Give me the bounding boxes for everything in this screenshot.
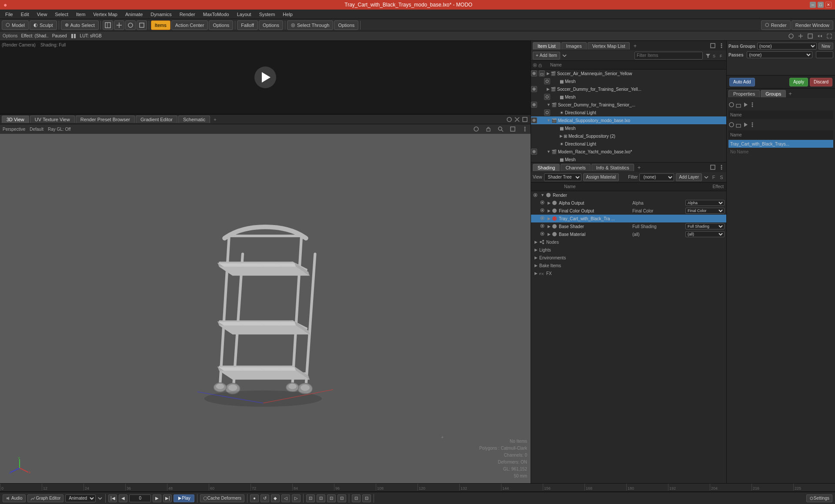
add-item-arrow[interactable]	[562, 53, 567, 58]
vp-maximize[interactable]	[522, 116, 528, 123]
new-pass-group-button[interactable]: New	[818, 43, 833, 50]
tree-item-11[interactable]: ▼ 🎬 Modern_Race_Yacht_modo_base.lxo*	[531, 148, 726, 156]
settings-button[interactable]: Settings	[806, 494, 832, 502]
final-vis-eye[interactable]	[540, 208, 545, 213]
expand-arrow-1[interactable]: ▶	[547, 71, 550, 76]
tab-groups[interactable]: Groups	[761, 90, 786, 97]
base-material-effect-select[interactable]: (all)	[685, 231, 725, 237]
options-button-2[interactable]: Options	[259, 20, 283, 30]
menu-select[interactable]: Select	[51, 11, 72, 18]
pass-groups-select[interactable]: (none)	[757, 43, 817, 50]
base-shader-expand[interactable]: ▶	[548, 224, 551, 229]
view-select[interactable]: Shader Tree	[544, 173, 581, 181]
menu-edit[interactable]: Edit	[17, 11, 33, 18]
skip-to-start-button[interactable]: |◀	[108, 494, 117, 502]
shader-row-tray-cart[interactable]: ▶ Tray_Cart_with_Black_Tra ...	[531, 215, 726, 222]
shader-section-lights[interactable]: ▶ Lights	[531, 246, 726, 254]
animated-arrow[interactable]	[97, 496, 103, 501]
tab-info-statistics[interactable]: Info & Statistics	[591, 164, 634, 171]
tree-item-9[interactable]: ▶ ⊞ Medical_Suppository (2)	[531, 132, 726, 140]
auto-select-button[interactable]: ⊕ Auto Select	[61, 20, 99, 30]
shader-row-render[interactable]: ▼ Render	[531, 191, 726, 199]
settings-icon-3[interactable]	[807, 33, 813, 39]
nodes-expand[interactable]: ▶	[534, 240, 538, 244]
tab-render-preset[interactable]: Render Preset Browser	[76, 116, 135, 123]
filter-s-icon[interactable]: S	[712, 53, 718, 58]
shader-section-environments[interactable]: ▶ Environments	[531, 254, 726, 262]
tool-icon-1[interactable]	[103, 20, 113, 30]
skip-to-end-button[interactable]: ▶|	[163, 494, 172, 502]
vis-eye-6[interactable]	[544, 109, 550, 116]
expand-arrow-5[interactable]: ▼	[547, 103, 551, 107]
vis-eye-2[interactable]	[544, 78, 550, 84]
group-options-icon[interactable]	[749, 102, 755, 108]
mode-sculpt-button[interactable]: ◐ Sculpt	[30, 20, 57, 30]
menu-dynamics[interactable]: Dynamics	[147, 11, 175, 18]
transport-misc-2[interactable]: ⊡	[317, 494, 325, 502]
group-render-icon[interactable]	[742, 102, 748, 108]
render-button[interactable]: ⬡ Render	[761, 20, 791, 30]
settings-icon-2[interactable]	[798, 33, 804, 39]
add-panel-tab[interactable]: +	[631, 42, 639, 50]
add-layer-button[interactable]: Add Layer	[676, 173, 702, 181]
play-button[interactable]: Play	[174, 494, 194, 502]
select-through-options[interactable]: Options	[334, 20, 358, 30]
vp-lock-icon[interactable]	[485, 126, 491, 132]
base-mat-vis-eye[interactable]	[540, 231, 545, 236]
viewport-3d[interactable]: Perspective Default Ray GL: Off	[0, 124, 531, 483]
filter-icon[interactable]	[705, 53, 711, 58]
passes-select[interactable]: (none)	[747, 51, 812, 58]
alpha-expand[interactable]: ▶	[548, 201, 551, 205]
tab-shading[interactable]: Shading	[533, 164, 560, 171]
vp-control-2[interactable]	[514, 116, 520, 123]
expand-arrow-11[interactable]: ▼	[547, 149, 551, 154]
shader-row-final-color[interactable]: ▶ Final Color Output Final Color Final C…	[531, 207, 726, 215]
menu-vertex-map[interactable]: Vertex Map	[90, 11, 121, 18]
tab-item-list[interactable]: Item List	[533, 42, 561, 50]
keyframe-button[interactable]: ◆	[271, 494, 280, 502]
alpha-effect-select[interactable]: Alpha	[685, 200, 725, 206]
tab-images[interactable]: Images	[561, 42, 587, 50]
animated-select[interactable]: Animated	[65, 494, 96, 502]
filter-f-icon[interactable]: F	[719, 53, 725, 58]
record-button[interactable]: ●	[250, 494, 259, 502]
shader-section-nodes[interactable]: ▶ Nodes	[531, 238, 726, 246]
tab-schematic[interactable]: Schematic	[178, 116, 210, 123]
groups-icon-row-4[interactable]	[749, 122, 755, 128]
filter-select[interactable]: (none)	[639, 173, 674, 181]
assign-material-button[interactable]: Assign Material	[583, 173, 619, 181]
panel-expand-icon[interactable]	[710, 43, 716, 49]
options-button-1[interactable]: Options	[209, 20, 233, 30]
render-expand[interactable]: ▼	[541, 193, 544, 197]
tab-3d-view[interactable]: 3D View	[2, 116, 29, 123]
tree-item-1[interactable]: ▶ 🎬 Soccer_Air_Mannequin_Senior_Yellow	[531, 70, 726, 77]
settings-icon-4[interactable]	[817, 33, 823, 39]
play-preview-button[interactable]	[254, 66, 276, 88]
transport-misc-4[interactable]: ⊡	[337, 494, 346, 502]
mode-model-button[interactable]: ⬡ Model	[2, 20, 29, 30]
tree-item-3[interactable]: ▶ 🎬 Soccer_Dummy_for_Training_Senior_Yel…	[531, 85, 726, 93]
apply-button[interactable]: Apply	[789, 78, 808, 86]
vp-control-1[interactable]	[506, 116, 512, 123]
menu-render[interactable]: Render	[176, 11, 199, 18]
expand-arrow-3[interactable]: ▶	[547, 87, 550, 91]
tree-item-7[interactable]: ▼ 🎬 Medical_Suppository_modo_base.lxo	[531, 116, 726, 124]
vis-eye-5[interactable]	[531, 102, 537, 108]
shader-row-base-shader[interactable]: ▶ Base Shader Full Shading Full Shading	[531, 222, 726, 230]
groups-icon-row-2[interactable]	[735, 122, 741, 128]
maximize-button[interactable]: □	[818, 2, 824, 8]
filter-items-input[interactable]	[635, 52, 703, 60]
menu-view[interactable]: View	[33, 11, 51, 18]
alpha-vis-eye[interactable]	[540, 200, 545, 205]
expand-arrow-9[interactable]: ▶	[560, 134, 563, 138]
menu-help[interactable]: Help	[279, 11, 296, 18]
tree-item-10[interactable]: ☀ Directional Light	[531, 140, 726, 148]
tree-item-6[interactable]: ☀ Directional Light	[531, 109, 726, 116]
tree-item-4[interactable]: ▦ Mesh	[531, 93, 726, 101]
panel-options-icon[interactable]	[718, 43, 725, 49]
shader-row-alpha[interactable]: ▶ Alpha Output Alpha Alpha	[531, 199, 726, 207]
final-color-effect-select[interactable]: Final Color	[685, 208, 725, 214]
bake-expand[interactable]: ▶	[534, 263, 538, 268]
vp-settings-icon[interactable]	[473, 126, 479, 132]
minimize-button[interactable]: ─	[810, 2, 816, 8]
